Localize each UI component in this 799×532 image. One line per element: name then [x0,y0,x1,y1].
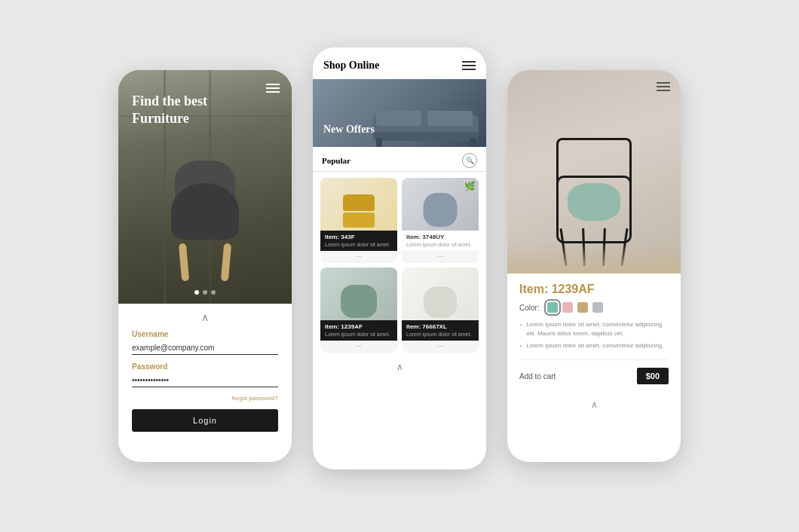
description-list: Lorem ipsum dolor sit amet, consectetur … [519,320,669,350]
price-button[interactable]: $00 [637,368,669,384]
detail-chevron-up-icon[interactable]: ∧ [507,395,681,415]
search-bar: Popular 🔍 [313,147,486,172]
product-image-2: 🌿 ♡ [402,178,479,231]
product-id-4: Item: 76667XL [406,323,474,330]
product-info-4: Item: 76667XL Lorem ipsum dolor sit amet… [402,320,479,341]
product-desc-2: Lorem ipsum dolor sit amet. [406,241,474,248]
password-label: Password [132,362,278,371]
product-card-2[interactable]: 🌿 ♡ Item: 3748UY Lorem ipsum dolor sit a… [402,178,479,263]
product-info-3: Item: 1239AF Lorem ipsum dolor sit amet. [320,320,397,341]
hero-image: Find the best Furniture [118,70,292,304]
password-input[interactable] [132,374,278,387]
shop-top-bar: Shop Online [313,47,486,79]
hero-headline: Find the best Furniture [132,93,207,127]
detail-hero-image [507,70,681,274]
detail-info-area: Item: 1239AF Color: Lorem ipsum dolor si… [507,274,681,395]
add-to-cart-row: Add to cart $00 [519,359,669,384]
heart-icon-2[interactable]: ♡ [470,181,476,188]
product-image-3 [320,268,397,320]
login-form: ∧ Username Password forgot password? Log… [118,304,292,447]
screens-container: Find the best Furniture ∧ Username Passw… [88,32,711,500]
search-label: Popular [322,156,351,165]
shop-screen: Shop Online New Offers Popular 🔍 [313,47,486,469]
product-more-3[interactable]: ··· [320,341,397,353]
username-label: Username [132,330,278,338]
product-id-1: Item: 343F [325,234,393,240]
heart-icon-1[interactable]: ♡ [388,181,394,188]
color-row: Color: [519,302,669,313]
color-swatch-pink[interactable] [562,302,573,313]
item-title: Item: 1239AF [519,283,669,296]
color-swatch-gray[interactable] [592,302,603,313]
banner-image: New Offers [313,79,486,147]
dot-3[interactable] [211,290,216,295]
color-label: Color: [519,304,540,312]
shop-title: Shop Online [323,60,379,72]
dot-2[interactable] [203,290,207,295]
banner-text: New Offers [323,124,375,136]
product-more-4[interactable]: ··· [402,341,479,353]
detail-menu-icon[interactable] [657,82,670,91]
product-desc-3: Lorem ipsum dolor sit amet. [325,331,393,338]
detail-screen: Item: 1239AF Color: Lorem ipsum dolor si… [507,70,681,462]
product-image-1: ♡ [320,178,397,231]
products-grid: ♡ Item: 343F Lorem ipsum dolor sit amet.… [313,172,486,359]
product-desc-1: Lorem ipsum dolor sit amet. [325,241,393,248]
carousel-dots [194,290,216,295]
product-id-3: Item: 1239AF [325,323,393,330]
shop-menu-icon[interactable] [462,61,476,70]
color-swatch-tan[interactable] [577,302,588,313]
shop-chevron-up-icon[interactable]: ∧ [313,359,486,376]
dot-1[interactable] [194,290,199,295]
forgot-password-link[interactable]: forgot password? [132,395,278,402]
gray-chair [424,193,458,227]
desc-item-1: Lorem ipsum dolor sit amet, consectetur … [519,320,669,338]
product-info-2: Item: 3748UY Lorem ipsum dolor sit amet. [402,231,479,251]
white-chair [424,286,457,318]
menu-icon[interactable] [266,84,280,93]
add-to-cart-label: Add to cart [519,372,556,381]
color-swatch-teal[interactable] [547,302,558,313]
product-desc-4: Lorem ipsum dolor sit amet. [406,331,474,338]
product-more-1[interactable]: ··· [320,251,397,263]
login-screen: Find the best Furniture ∧ Username Passw… [118,70,292,462]
desc-item-2: Lorem ipsum dolor sit amet, consectetur … [519,341,669,350]
product-card-4[interactable]: Item: 76667XL Lorem ipsum dolor sit amet… [402,268,479,353]
product-card-3[interactable]: Item: 1239AF Lorem ipsum dolor sit amet.… [320,268,397,353]
teal-chair [341,285,377,318]
product-id-2: Item: 3748UY [406,234,474,240]
product-more-2[interactable]: ··· [402,251,479,263]
product-image-4 [402,268,479,320]
username-input[interactable] [132,341,278,355]
login-button[interactable]: Login [132,409,278,432]
product-card-1[interactable]: ♡ Item: 343F Lorem ipsum dolor sit amet.… [320,178,397,263]
product-info-1: Item: 343F Lorem ipsum dolor sit amet. [320,231,397,251]
chevron-up-icon[interactable]: ∧ [132,311,278,324]
search-icon[interactable]: 🔍 [462,153,477,168]
